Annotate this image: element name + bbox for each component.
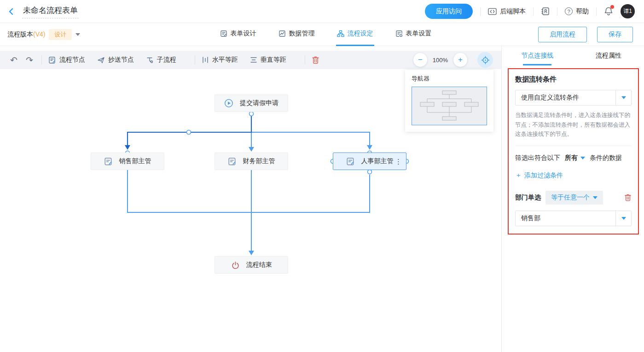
- condition-description: 当数据满足流转条件时，进入这条连接线下的节点；不添加流转条件时，所有数据都会进入…: [515, 111, 632, 139]
- condition-mode-select[interactable]: 使用自定义流转条件: [515, 90, 632, 106]
- subflow-icon: [146, 56, 154, 64]
- zoom-in-button[interactable]: +: [453, 53, 467, 67]
- delete-condition-button[interactable]: [624, 194, 632, 201]
- tab-label: 流程设定: [348, 29, 373, 38]
- divider: [557, 7, 557, 16]
- select-value: 销售部: [516, 214, 615, 223]
- select-arrow: [615, 211, 631, 226]
- tab-node-connection[interactable]: 节点连接线: [502, 46, 573, 65]
- locate-button[interactable]: [477, 52, 493, 68]
- version-tag: (V4): [33, 30, 45, 38]
- port-hr-bottom[interactable]: [368, 170, 372, 174]
- tab-label: 表单设置: [406, 29, 432, 38]
- condition-value-select[interactable]: 销售部: [515, 211, 632, 226]
- vertical-spacing-label: 垂直等距: [261, 56, 286, 64]
- navigator-minimap[interactable]: [412, 87, 487, 125]
- notification-button[interactable]: [604, 6, 613, 16]
- filter-row: 筛选出符合以下 所有 条件的数据: [515, 146, 632, 162]
- chevron-down-icon: [593, 196, 598, 199]
- app-access-button[interactable]: 应用访问: [425, 4, 473, 19]
- line-midpoint-handle[interactable]: [187, 130, 191, 135]
- node-label: 人事部主管: [361, 157, 394, 165]
- arrowhead: [249, 251, 254, 255]
- data-flow-condition-section: 数据流转条件 使用自定义流转条件 当数据满足流转条件时，进入这条连接线下的节点；…: [508, 68, 639, 235]
- subflow-tool[interactable]: 子流程: [146, 56, 176, 64]
- node-hr-manager[interactable]: 人事部主管 ⋮: [333, 153, 406, 170]
- condition-field-label: 部门单选: [515, 194, 541, 202]
- approval-form-icon: [346, 157, 355, 166]
- chevron-left-icon: [7, 7, 16, 16]
- trash-icon: [624, 194, 632, 201]
- filter-suffix: 条件的数据: [590, 154, 622, 162]
- help-label: 帮助: [576, 7, 589, 16]
- backend-script-label: 后端脚本: [500, 7, 526, 16]
- redo-button[interactable]: ↷: [24, 56, 35, 65]
- node-label: 财务部主管: [243, 157, 275, 165]
- backend-script-button[interactable]: 后端脚本: [488, 7, 526, 16]
- divider: [533, 7, 534, 16]
- flow-canvas[interactable]: 提交请假申请 销售部主管 财务部主管 人事部主管 ⋮: [0, 69, 501, 352]
- tab-flow-properties[interactable]: 流程属性: [573, 46, 644, 65]
- tab-form-settings[interactable]: 表单设置: [395, 23, 433, 46]
- node-label: 销售部主管: [119, 157, 151, 165]
- delete-button[interactable]: [312, 56, 319, 64]
- design-badge[interactable]: 设计: [49, 29, 72, 40]
- port-start-bottom[interactable]: [249, 112, 254, 116]
- address-book-button[interactable]: [541, 7, 550, 16]
- condition-criterion-row: 部门单选 等于任意一个: [515, 191, 632, 205]
- node-sales-manager[interactable]: 销售部主管: [91, 153, 164, 170]
- chevron-down-icon: [621, 217, 626, 220]
- zoom-level: 100%: [433, 57, 448, 64]
- horizontal-spacing-tool[interactable]: 水平等距: [202, 56, 238, 64]
- node-end[interactable]: 流程结束: [215, 256, 288, 274]
- navigator-panel: 导航器: [405, 70, 493, 132]
- paper-plane-icon: [97, 56, 105, 64]
- condition-operator-dropdown[interactable]: 等于任意一个: [545, 191, 603, 205]
- zoom-out-button[interactable]: −: [413, 53, 427, 67]
- undo-button[interactable]: ↶: [8, 56, 19, 65]
- enable-flow-button[interactable]: 启用流程: [538, 27, 587, 42]
- arrowhead: [125, 145, 130, 150]
- page-title[interactable]: 未命名流程表单: [22, 4, 79, 18]
- play-icon: [224, 99, 233, 108]
- horizontal-spacing-icon: [202, 56, 209, 64]
- approval-form-icon: [104, 157, 113, 166]
- node-menu-button[interactable]: ⋮: [395, 158, 402, 165]
- canvas-column: ↶ ↷ 流程节点 抄送节点 子流程: [0, 46, 502, 352]
- save-button[interactable]: 保存: [597, 27, 633, 42]
- vertical-spacing-tool[interactable]: 垂直等距: [250, 56, 286, 64]
- section-title: 数据流转条件: [515, 75, 632, 84]
- tab-form-design[interactable]: 表单设计: [219, 23, 257, 46]
- canvas-toolbar: ↶ ↷ 流程节点 抄送节点 子流程: [0, 51, 501, 69]
- help-button[interactable]: ? 帮助: [565, 7, 589, 16]
- chevron-down-icon: [621, 96, 626, 99]
- version-label: 流程版本(V4): [7, 30, 45, 39]
- back-button[interactable]: [7, 7, 16, 16]
- tab-data-manage[interactable]: 数据管理: [278, 23, 316, 46]
- approval-form-icon: [228, 157, 237, 166]
- notification-dot: [610, 5, 614, 9]
- trash-icon: [312, 56, 319, 64]
- cc-node-tool[interactable]: 抄送节点: [97, 56, 134, 64]
- connection-start-hr[interactable]: [251, 132, 370, 145]
- code-icon: [488, 8, 497, 15]
- crosshair-icon: [481, 56, 490, 65]
- chevron-down-icon[interactable]: [75, 33, 80, 36]
- arrowhead: [249, 147, 254, 152]
- filter-mode-dropdown[interactable]: 所有: [565, 154, 585, 162]
- connection-merge[interactable]: [128, 170, 370, 212]
- flow-node-tool[interactable]: 流程节点: [48, 56, 85, 64]
- minimap-preview: [412, 88, 486, 124]
- header: 未命名流程表单 应用访问 后端脚本 ? 帮助 谭1: [0, 0, 644, 23]
- tab-label: 表单设计: [231, 29, 256, 38]
- main-tabs: 表单设计 数据管理 流程设定 表单设置: [113, 23, 538, 46]
- tab-flow-setting[interactable]: 流程设定: [336, 23, 374, 46]
- add-filter-button[interactable]: ＋ 添加过滤条件: [515, 171, 632, 180]
- node-finance-manager[interactable]: 财务部主管: [215, 153, 288, 170]
- divider: [596, 7, 597, 16]
- node-start[interactable]: 提交请假申请: [215, 94, 288, 112]
- chevron-down-icon: [580, 157, 585, 159]
- avatar[interactable]: 谭1: [621, 4, 635, 18]
- version-cluster: 流程版本(V4) 设计: [7, 29, 113, 40]
- plus-icon: ＋: [515, 171, 522, 180]
